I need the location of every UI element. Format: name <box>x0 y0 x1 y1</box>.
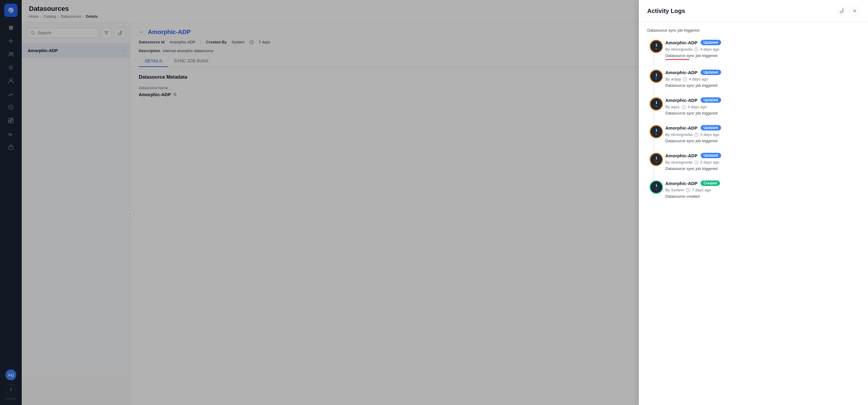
timeline-title-row: Amorphic-ADP Updated <box>665 153 860 158</box>
activity-logs-title: Activity Logs <box>647 7 685 14</box>
activity-logs-actions <box>837 6 860 16</box>
timeline-content: Amorphic-ADP Updated By vboregowda 5 day… <box>665 125 860 143</box>
clock-meta-icon <box>683 77 687 81</box>
by-label: By vboregowda <box>665 160 692 165</box>
timeline-node: ℹ ✎ <box>650 125 663 138</box>
timeline-description: Datasource sync job triggered <box>665 166 860 171</box>
info-node-icon: ℹ <box>656 73 657 77</box>
edit-icon: ✎ <box>655 105 657 108</box>
timeline-description: Datasource sync job triggered <box>665 111 860 115</box>
status-badge: Updated <box>701 97 721 103</box>
timeline-content: Amorphic-ADP Updated By vboregowda 5 day… <box>665 153 860 171</box>
status-badge: Updated <box>701 70 721 75</box>
edit-icon: ✎ <box>655 160 657 163</box>
by-label: By avijay <box>665 77 681 81</box>
info-node-icon: ℹ <box>656 156 657 160</box>
info-node-icon: ℹ <box>656 43 657 47</box>
timeline-entry-name: Amorphic-ADP <box>665 40 698 45</box>
refresh-logs-button[interactable] <box>837 6 846 16</box>
timeline-node: ℹ ✎ <box>650 97 663 110</box>
by-label: By aqa1 <box>665 105 680 109</box>
first-entry-text: Datasource sync job triggered <box>647 28 860 33</box>
timeline-item: ℹ ✎ Amorphic-ADP Updated By vboregowda 5… <box>665 153 860 171</box>
status-badge: Updated <box>701 40 721 45</box>
clock-meta-icon <box>686 188 690 192</box>
time-ago: 4 days ago <box>689 77 708 81</box>
status-badge: Updated <box>701 125 721 131</box>
info-node-icon: ℹ <box>656 183 657 188</box>
timeline-description: Datasource sync job triggered <box>665 83 860 88</box>
timeline-description: Datasource sync job triggered <box>665 139 860 143</box>
timeline-description: Datasource sync job triggered <box>665 53 860 58</box>
status-badge: Created <box>701 180 720 186</box>
activity-logs-header: Activity Logs <box>639 0 868 22</box>
timeline-item: ℹ ✎ Amorphic-ADP Updated By aqa1 4 days … <box>665 97 860 115</box>
timeline-content: Amorphic-ADP Updated By vboregowda 4 day… <box>665 40 860 60</box>
activity-logs-panel: Activity Logs Datasource sync job trigge… <box>639 0 868 405</box>
edit-icon: ✎ <box>655 47 657 50</box>
timeline-meta: By vboregowda 5 days ago <box>665 160 860 165</box>
timeline-entry-name: Amorphic-ADP <box>665 153 698 158</box>
timeline-content: Amorphic-ADP Created By System 7 days ag… <box>665 180 860 199</box>
time-ago: 4 days ago <box>700 47 720 52</box>
timeline-entry-name: Amorphic-ADP <box>665 98 698 103</box>
overlay: Activity Logs Datasource sync job trigge… <box>0 0 868 405</box>
time-ago: 5 days ago <box>700 160 720 165</box>
timeline-meta: By aqa1 4 days ago <box>665 105 860 109</box>
timeline-entry-name: Amorphic-ADP <box>665 125 698 131</box>
timeline-node: ℹ ✎ <box>650 40 663 53</box>
clock-meta-icon <box>694 160 699 165</box>
timeline-title-row: Amorphic-ADP Updated <box>665 97 860 103</box>
by-label: By vboregowda <box>665 47 692 52</box>
timeline-meta: By avijay 4 days ago <box>665 77 860 81</box>
timeline-item: ℹ ✎ Amorphic-ADP Updated By vboregowda 5… <box>665 125 860 143</box>
timeline-entry-name: Amorphic-ADP <box>665 181 698 186</box>
timeline-content: Amorphic-ADP Updated By aqa1 4 days ago … <box>665 97 860 115</box>
timeline-title-row: Amorphic-ADP Updated <box>665 40 860 45</box>
timeline-node: ℹ ✎ <box>650 153 663 166</box>
timeline-node: ℹ + <box>650 180 663 194</box>
timeline: ℹ ✎ Amorphic-ADP Updated By vboregowda 4… <box>647 40 860 199</box>
timeline-title-row: Amorphic-ADP Updated <box>665 125 860 131</box>
timeline-meta: By vboregowda 4 days ago <box>665 47 860 52</box>
timeline-item: ℹ ✎ Amorphic-ADP Updated By vboregowda 4… <box>665 40 860 60</box>
info-node-icon: ℹ <box>656 128 657 133</box>
edit-icon: ✎ <box>655 133 657 136</box>
time-ago: 7 days ago <box>692 188 711 192</box>
plus-icon: + <box>655 188 657 191</box>
clock-meta-icon <box>682 105 686 109</box>
timeline-meta: By System 7 days ago <box>665 188 860 192</box>
by-label: By System <box>665 188 684 192</box>
red-underline <box>665 59 689 60</box>
timeline-title-row: Amorphic-ADP Created <box>665 180 860 186</box>
clock-meta-icon <box>694 133 699 137</box>
info-node-icon: ℹ <box>656 100 657 105</box>
time-ago: 5 days ago <box>700 132 720 137</box>
timeline-entry-name: Amorphic-ADP <box>665 70 698 75</box>
activity-logs-body: Datasource sync job triggered ℹ ✎ Amorph… <box>639 22 868 405</box>
close-logs-button[interactable] <box>850 6 860 16</box>
timeline-description: Datasource created <box>665 194 860 199</box>
timeline-content: Amorphic-ADP Updated By avijay 4 days ag… <box>665 70 860 88</box>
timeline-node: ℹ ✎ <box>650 70 663 83</box>
clock-meta-icon <box>694 47 699 52</box>
timeline-item: ℹ + Amorphic-ADP Created By System 7 day… <box>665 180 860 199</box>
status-badge: Updated <box>701 153 721 158</box>
time-ago: 4 days ago <box>688 105 707 109</box>
timeline-title-row: Amorphic-ADP Updated <box>665 70 860 75</box>
timeline-meta: By vboregowda 5 days ago <box>665 132 860 137</box>
timeline-item: ℹ ✎ Amorphic-ADP Updated By avijay 4 day… <box>665 70 860 88</box>
edit-icon: ✎ <box>655 77 657 80</box>
by-label: By vboregowda <box>665 132 692 137</box>
